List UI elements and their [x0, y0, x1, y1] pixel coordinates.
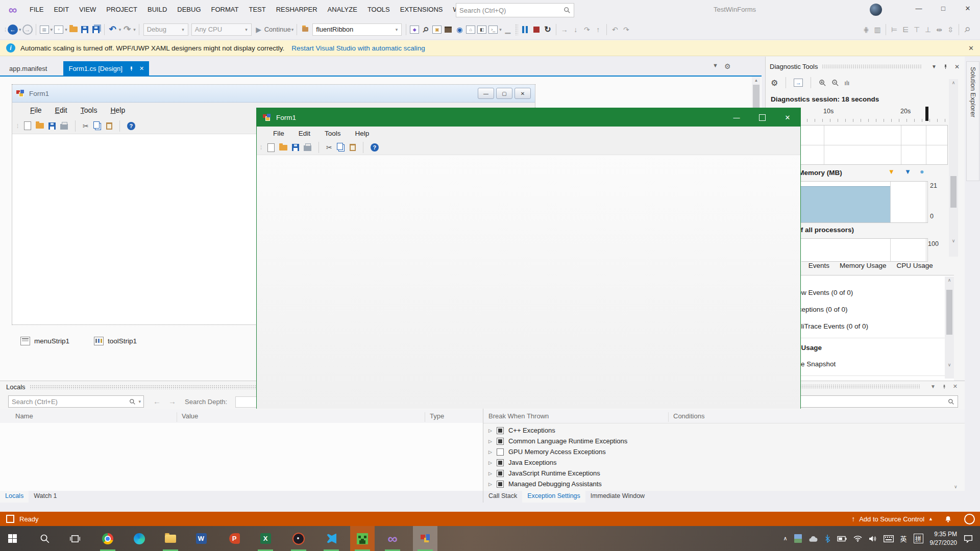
onedrive-cloud-icon[interactable]	[808, 535, 818, 542]
column-type[interactable]: Type	[430, 412, 444, 420]
align-lefts-icon[interactable]: ⊨	[889, 24, 900, 35]
new-document-icon[interactable]	[267, 143, 275, 152]
taskbar-minecraft-icon[interactable]	[350, 526, 375, 551]
checkbox-checked[interactable]	[497, 438, 504, 445]
expand-icon[interactable]: ▷	[488, 460, 492, 465]
runtime-menustrip[interactable]: File Edit Tools Help	[257, 127, 800, 140]
wifi-icon[interactable]	[853, 535, 862, 542]
step-out-icon[interactable]: ↑	[593, 24, 604, 35]
runtime-menu-file[interactable]: File	[266, 130, 291, 137]
designer-menu-edit[interactable]: Edit	[48, 106, 74, 114]
timeline-current-cursor[interactable]	[925, 107, 928, 121]
quick-search-box[interactable]	[456, 3, 574, 17]
column-name[interactable]: Name	[15, 412, 33, 420]
designer-menu-tools[interactable]: Tools	[74, 106, 104, 114]
copy-icon[interactable]	[93, 121, 100, 129]
taskbar-music-app-icon[interactable]	[286, 526, 311, 551]
scroll-down-icon[interactable]: ∨	[949, 238, 958, 243]
print-icon[interactable]	[60, 124, 68, 130]
panel-menu-dropdown-icon[interactable]: ▼	[930, 384, 936, 389]
add-to-source-control-button[interactable]: Add to Source Control	[859, 515, 924, 523]
source-control-dropdown-icon[interactable]: ▲	[928, 516, 933, 521]
zoom-out-icon[interactable]	[831, 79, 839, 87]
locals-grid-body[interactable]	[0, 423, 483, 491]
scroll-down-icon[interactable]: ∨	[954, 484, 958, 489]
zoom-in-icon[interactable]	[819, 79, 826, 87]
document-list-dropdown-icon[interactable]: ▼	[713, 62, 718, 70]
speaker-icon[interactable]	[869, 535, 877, 542]
show-next-statement-icon[interactable]: →	[559, 24, 570, 35]
hex-display-icon[interactable]: ▥	[872, 24, 883, 35]
search-next-icon[interactable]: →	[168, 397, 176, 406]
runtime-client-area[interactable]	[257, 155, 800, 409]
continue-button-label[interactable]: Continue	[264, 26, 291, 33]
ime-language-indicator[interactable]: 英	[900, 534, 907, 543]
tab-form1-design[interactable]: Form1.cs [Design] ✕	[63, 61, 149, 76]
diagnostics-scrollbar[interactable]: ∧ ∨	[949, 79, 958, 257]
pin-icon[interactable]	[129, 66, 134, 71]
column-value[interactable]: Value	[182, 412, 198, 420]
align-middles-icon[interactable]: ⊥	[922, 24, 934, 35]
runtime-toolstrip[interactable]: ⁞ ✂ ?	[257, 140, 800, 155]
paste-icon[interactable]	[106, 122, 112, 130]
exception-row-clr[interactable]: ▷ Common Language Runtime Exceptions	[488, 436, 627, 446]
print-icon[interactable]	[304, 145, 311, 151]
console-dropdown-icon[interactable]: ▾	[499, 27, 502, 32]
designer-maximize-button[interactable]: ▢	[496, 88, 512, 99]
task-view-button[interactable]	[63, 526, 87, 551]
runtime-minimize-button[interactable]: —	[724, 108, 749, 127]
tab-call-stack[interactable]: Call Stack	[483, 491, 522, 503]
save-all-button[interactable]	[90, 24, 102, 35]
menu-build[interactable]: BUILD	[142, 2, 172, 17]
taskbar-edge-icon[interactable]	[127, 526, 152, 551]
add-item-button[interactable]: +	[53, 24, 64, 35]
taskbar-word-icon[interactable]: W	[189, 526, 213, 551]
column-conditions[interactable]: Conditions	[673, 412, 704, 420]
menu-analyze[interactable]: ANALYZE	[323, 2, 362, 17]
pause-debug-button[interactable]	[520, 24, 531, 35]
toolbar-grip[interactable]: ⁞	[5, 27, 6, 33]
designer-form-titlebar[interactable]: Form1 — ▢ ✕	[12, 85, 535, 103]
users-icon[interactable]: ◉	[454, 24, 465, 35]
diagnostic-tools-header[interactable]: Diagnostic Tools ▼ ✕	[770, 63, 960, 70]
toolbox-icon[interactable]	[443, 24, 454, 35]
open-file-button[interactable]	[68, 24, 79, 35]
taskbar-visual-studio-icon[interactable]: ∞	[380, 526, 405, 551]
battery-icon[interactable]	[837, 535, 847, 542]
checkbox-unchecked[interactable]	[497, 448, 504, 456]
scroll-up-icon[interactable]: ∧	[949, 80, 958, 85]
panel-close-icon[interactable]: ✕	[953, 383, 958, 390]
menu-format[interactable]: FORMAT	[206, 2, 244, 17]
ime-mode-indicator[interactable]: 拼	[914, 534, 923, 543]
align-tops-icon[interactable]: ⊤	[911, 24, 922, 35]
undo-dropdown-icon[interactable]: ▾	[119, 27, 121, 32]
component-menustrip1[interactable]: menuStrip1	[20, 337, 69, 345]
menu-file[interactable]: FILE	[24, 2, 48, 17]
exception-row-js[interactable]: ▷ JavaScript Runtime Exceptions	[488, 468, 600, 479]
summary-scrollbar[interactable]: ∧ ∨	[945, 277, 954, 379]
scroll-down-icon[interactable]: ∨	[945, 362, 954, 367]
action-center-icon[interactable]	[964, 535, 973, 543]
expand-icon[interactable]: ▷	[488, 482, 492, 487]
step-into-icon[interactable]: ↓	[570, 24, 581, 35]
menu-project[interactable]: PROJECT	[101, 2, 142, 17]
tab-locals[interactable]: Locals	[0, 491, 29, 503]
new-file-button[interactable]: ▦	[39, 24, 50, 35]
open-icon[interactable]	[279, 145, 287, 151]
start-button[interactable]	[0, 526, 24, 551]
locals-search-input[interactable]	[9, 398, 129, 406]
feedback-circle-icon[interactable]	[964, 514, 975, 524]
save-button[interactable]	[79, 24, 90, 35]
taskbar-powerpoint-icon[interactable]: P	[222, 526, 247, 551]
breakpoints-icon[interactable]: ⋕	[861, 24, 872, 35]
continue-play-icon[interactable]: ▶	[253, 24, 264, 35]
new-document-icon[interactable]	[24, 121, 31, 130]
component-toolstrip1[interactable]: toolStrip1	[94, 337, 137, 345]
maximize-button[interactable]: □	[931, 0, 955, 16]
pin-icon[interactable]	[943, 64, 948, 69]
make-same-height-icon[interactable]: ⇳	[945, 24, 956, 35]
undo-button[interactable]: ↶	[107, 24, 118, 35]
copy-icon[interactable]	[337, 143, 343, 150]
locals-search-box[interactable]: ▾	[8, 395, 144, 408]
navigate-back-button[interactable]: ←	[7, 24, 18, 35]
